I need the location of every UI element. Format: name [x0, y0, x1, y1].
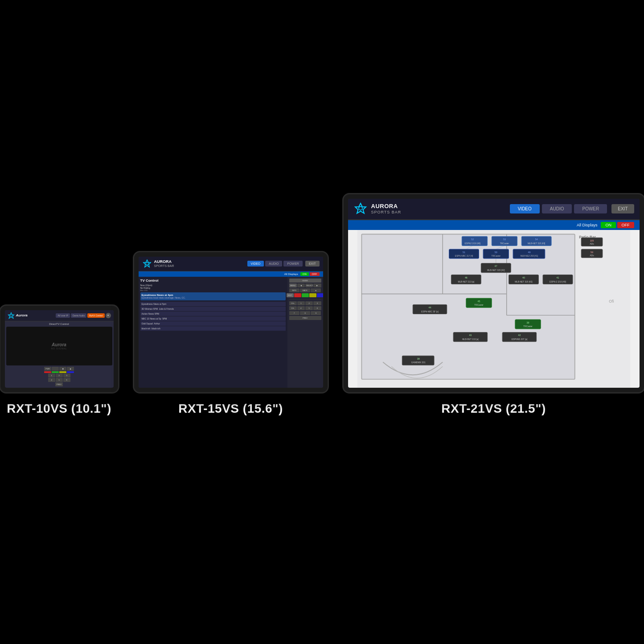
brand-text-21: AURORA SPORTS BAR	[371, 203, 402, 214]
svg-text:TRCaster: TRCaster	[491, 255, 500, 257]
rp-9[interactable]: 9	[311, 311, 321, 315]
brand-text-15: AURORA SPORTS BAR	[154, 260, 174, 267]
brand-name-15: AURORA	[154, 260, 174, 264]
off-btn-21[interactable]: OFF	[617, 222, 634, 228]
rp-7[interactable]: 7	[289, 311, 299, 315]
program-item[interactable]: NBC 10 News at 5p 5PM	[140, 316, 286, 321]
tv-control-panel: TV Control Now (10pm) No Rating Mon 2/25…	[139, 277, 287, 388]
rp-info[interactable]: INFO	[289, 288, 299, 292]
rp-guide[interactable]: GUIDE	[289, 279, 321, 283]
rp-1[interactable]: 1	[297, 301, 305, 305]
rp-yellow[interactable]	[309, 293, 316, 297]
svg-text:50: 50	[494, 250, 497, 253]
program-item[interactable]: Odd Squad Arthur	[140, 321, 286, 326]
all-displays-label-15: All Displays	[284, 273, 298, 275]
tab-audio-15[interactable]: AUDIO	[265, 261, 282, 267]
ctrl-prev[interactable]: PREV	[55, 382, 63, 386]
rp-ch-plus[interactable]: CH+	[289, 301, 297, 305]
tab-av-over-ip[interactable]: AV over IP	[56, 313, 70, 318]
remote-controls: PWR ⏺ ▶	[6, 367, 112, 386]
rp-8[interactable]: 8	[300, 311, 310, 315]
tab-dante-audio[interactable]: Dante Audio	[71, 313, 86, 318]
ctrl-blue[interactable]	[67, 371, 74, 373]
rp-ch-minus[interactable]: CH-	[289, 306, 297, 310]
rp-exit[interactable]: EXIT	[287, 293, 294, 297]
rp-left[interactable]: ◀	[297, 283, 305, 287]
ctrl-3[interactable]: 3	[63, 373, 70, 377]
rp-back[interactable]: BACK	[300, 288, 310, 292]
exit-btn-21[interactable]: EXIT	[611, 204, 634, 213]
rp-2[interactable]: 2	[305, 301, 313, 305]
aurora-logo-icon	[8, 312, 15, 319]
svg-marker-2	[143, 260, 150, 267]
rp-right[interactable]: ▶	[313, 283, 321, 287]
ctrl-6[interactable]: 6	[63, 378, 70, 382]
ctrl-rec[interactable]: ⏺	[59, 367, 66, 371]
svg-text:45: 45	[477, 299, 480, 302]
aurora-display-logo: Aurora	[52, 342, 66, 347]
ctrl-4[interactable]: 4	[48, 378, 55, 382]
on-btn-21[interactable]: ON	[601, 222, 616, 228]
tab-audio-21[interactable]: AUDIO	[542, 204, 572, 213]
svg-text:MLB-NET 315 [42]: MLB-NET 315 [42]	[515, 280, 532, 283]
svg-text:ESPN-NBC 217 [4]: ESPN-NBC 217 [4]	[455, 255, 473, 257]
ctrl-5[interactable]: 5	[56, 378, 63, 382]
svg-point-3	[146, 262, 148, 265]
tv-control-title: TV Control	[140, 279, 286, 283]
rp-red[interactable]	[294, 293, 301, 297]
rp-green[interactable]	[302, 293, 309, 297]
rp-5[interactable]: 5	[305, 306, 313, 310]
rp-ch-row: CH+ 1 2 3	[289, 301, 321, 305]
rp-3[interactable]: 3	[313, 301, 321, 305]
rp-select[interactable]: SELECT	[305, 283, 313, 287]
tab-boax-control[interactable]: BoAX Control	[87, 313, 104, 318]
program-item[interactable]: 3D Woman 5PM Julie & Friends	[140, 307, 286, 311]
rp-prev-row: PREV	[289, 316, 321, 320]
rp-6[interactable]: 6	[313, 306, 321, 310]
rxt-21vs-tablet: AURORA SPORTS BAR VIDEO AUDIO POWER EXIT	[342, 193, 644, 394]
floor-plan-svg: Patio Bar Projector 52 ESPN2 2/19 [48] 5…	[348, 230, 640, 388]
ctrl-green[interactable]	[52, 371, 59, 373]
svg-text:TRCaster: TRCaster	[474, 304, 484, 306]
nav-tabs-15: VIDEO AUDIO POWER EXIT	[247, 261, 320, 267]
rp-blue[interactable]	[317, 293, 323, 297]
signal-display: Aurora NO SIGNAL	[6, 327, 112, 365]
close-button[interactable]: ×	[106, 313, 111, 318]
ctrl-play[interactable]: ▶	[67, 367, 74, 371]
svg-text:ESPN-2 2/10 [40]: ESPN-2 2/10 [40]	[549, 280, 566, 283]
program-item[interactable]: Action News 5PM	[140, 312, 286, 316]
rxt-10vs-content: DirectTV Control Aurora NO SIGNAL PWR	[5, 321, 114, 388]
tab-power-21[interactable]: POWER	[574, 204, 607, 213]
ctrl-pwr[interactable]: PWR	[44, 367, 51, 371]
svg-text:MLB-NEZ 253 [41]: MLB-NEZ 253 [41]	[520, 255, 537, 257]
off-btn-15[interactable]: OFF	[310, 272, 320, 276]
exit-btn-15[interactable]: EXIT	[305, 261, 320, 267]
tab-power-15[interactable]: POWER	[283, 261, 302, 267]
rp-up[interactable]: ▲	[311, 288, 321, 292]
directv-title: DirectTV Control	[6, 323, 112, 325]
rp-nav-row1: MENU ◀ SELECT ▶	[289, 283, 321, 287]
ctrl-red[interactable]	[44, 371, 51, 373]
rxt-10vs-wrapper: Aurora AV over IP Dante Audio BoAX Contr…	[0, 304, 119, 416]
brand-sub-15: SPORTS BAR	[154, 264, 174, 267]
tab-video-21[interactable]: VIDEO	[510, 204, 540, 213]
ctrl-2[interactable]: 2	[56, 373, 63, 377]
program-item[interactable]: black-ish black-ish	[140, 326, 286, 331]
rp-prev[interactable]: PREV	[289, 316, 321, 320]
rxt-15vs-label: RXT-15VS (15.6")	[178, 402, 283, 416]
floor-plan: Patio Bar Projector 52 ESPN2 2/19 [48] 5…	[348, 230, 640, 388]
svg-text:43: 43	[469, 334, 472, 336]
rp-menu[interactable]: MENU	[289, 283, 297, 287]
svg-text:ADs: ADs	[590, 254, 594, 257]
program-item[interactable]: Eyewitness News at 5pm	[140, 302, 286, 306]
rp-4[interactable]: 4	[297, 306, 305, 310]
svg-text:39: 39	[526, 321, 529, 324]
tab-video-15[interactable]: VIDEO	[247, 261, 264, 267]
ctrl-1[interactable]: 1	[48, 373, 55, 377]
svg-text:TRCaster: TRCaster	[500, 242, 509, 244]
on-btn-15[interactable]: ON	[300, 272, 309, 276]
ctrl-yellow[interactable]	[59, 371, 66, 373]
svg-text:59: 59	[591, 250, 593, 253]
rp-exit-row: EXIT	[289, 293, 321, 297]
svg-text:52: 52	[471, 238, 474, 240]
